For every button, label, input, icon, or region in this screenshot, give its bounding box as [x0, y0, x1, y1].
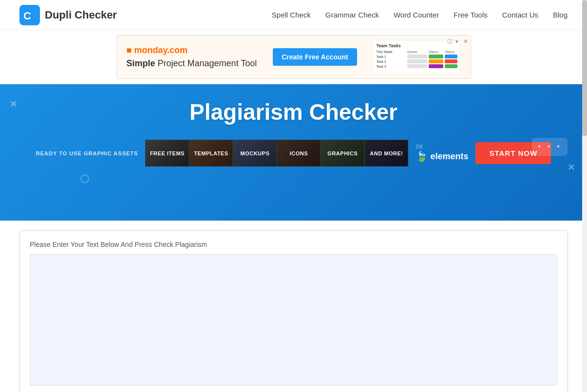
envato-ad: READY TO USE GRAPHIC ASSETS FREE ITEMS T…: [19, 140, 568, 167]
envato-logo-area: OX 🍃 elements: [416, 144, 468, 162]
logo-area[interactable]: C Dupli Checker: [19, 5, 117, 25]
nav-free-tools[interactable]: Free Tools: [454, 11, 488, 19]
ad-cta-button[interactable]: Create Free Account: [273, 48, 357, 66]
ad-inner: ⓘ ▾ ✕ ■ monday.com Simple Project Manage…: [116, 35, 471, 79]
ad-close-button[interactable]: ✕: [463, 38, 468, 45]
deco-x-1: ✕: [10, 99, 17, 110]
ad-expand: ▾: [455, 38, 458, 45]
envato-item-more[interactable]: AND MORE!: [364, 140, 408, 167]
ad-banner: ⓘ ▾ ✕ ■ monday.com Simple Project Manage…: [0, 30, 587, 84]
nav-grammar-check[interactable]: Grammar Check: [325, 11, 379, 19]
ad-left: ■ monday.com Simple Project Management T…: [127, 45, 257, 69]
main-nav: Spell Check Grammar Check Word Counter F…: [272, 11, 568, 19]
logo-icon: C: [19, 5, 40, 25]
plagiarism-box: Please Enter Your Text Below And Press C…: [19, 230, 568, 392]
envato-item-graphics[interactable]: GRAPHICS: [321, 140, 364, 167]
envato-logo: 🍃 elements: [416, 150, 468, 162]
nav-word-counter[interactable]: Word Counter: [394, 11, 439, 19]
envato-ad-badge-text: OX: [416, 144, 422, 149]
ad-monday-logo: ■ monday.com: [127, 45, 257, 56]
envato-item-icons[interactable]: ICONS: [277, 140, 321, 167]
envato-items: FREE ITEMS TEMPLATES MOCKUPS ICONS GRAPH…: [145, 140, 408, 167]
deco-circle-1: [80, 174, 89, 183]
box-label: Please Enter Your Text Below And Press C…: [30, 241, 557, 248]
deco-x-2: ✕: [568, 162, 575, 173]
logo-text: Dupli Checker: [45, 9, 117, 21]
main-content: Please Enter Your Text Below And Press C…: [0, 221, 587, 392]
page-title: Plagiarism Checker: [19, 99, 568, 125]
nav-contact-us[interactable]: Contact Us: [502, 11, 538, 19]
envato-item-free-items[interactable]: FREE ITEMS: [145, 140, 189, 167]
envato-ad-badge: OX: [416, 144, 422, 149]
hero-section: ✕ ✕ • • • Plagiarism Checker READY TO US…: [0, 84, 587, 221]
deco-dots: • • •: [532, 138, 568, 156]
ad-tagline: Simple Project Management Tool: [127, 58, 257, 69]
svg-text:C: C: [23, 10, 31, 22]
plagiarism-textarea[interactable]: [30, 254, 557, 386]
envato-ad-label: READY TO USE GRAPHIC ASSETS: [36, 150, 138, 156]
envato-item-templates[interactable]: TEMPLATES: [189, 140, 233, 167]
nav-spell-check[interactable]: Spell Check: [272, 11, 311, 19]
envato-logo-text: elements: [430, 151, 468, 162]
envato-leaf-icon: 🍃: [416, 150, 428, 162]
ad-label: ⓘ: [447, 38, 453, 45]
scrollbar-track[interactable]: [582, 0, 587, 392]
nav-blog[interactable]: Blog: [553, 11, 568, 19]
scrollbar-thumb[interactable]: [582, 0, 587, 136]
ad-info: ⓘ ▾: [447, 38, 458, 45]
envato-item-mockups[interactable]: MOCKUPS: [233, 140, 277, 167]
header: C Dupli Checker Spell Check Grammar Chec…: [0, 0, 587, 30]
